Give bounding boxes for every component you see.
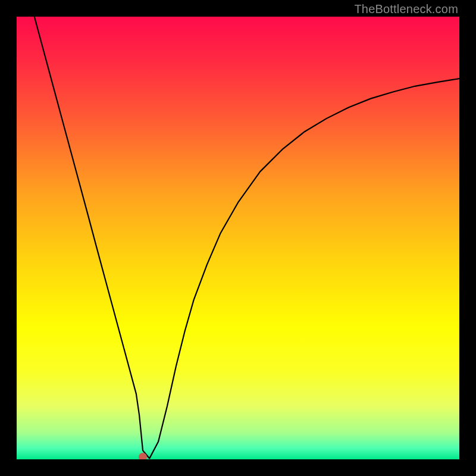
watermark-label: TheBottleneck.com [354, 2, 458, 16]
plot-area [17, 17, 459, 459]
minimum-marker [139, 453, 147, 459]
chart-frame: TheBottleneck.com [0, 0, 476, 476]
bottleneck-curve [17, 17, 459, 459]
